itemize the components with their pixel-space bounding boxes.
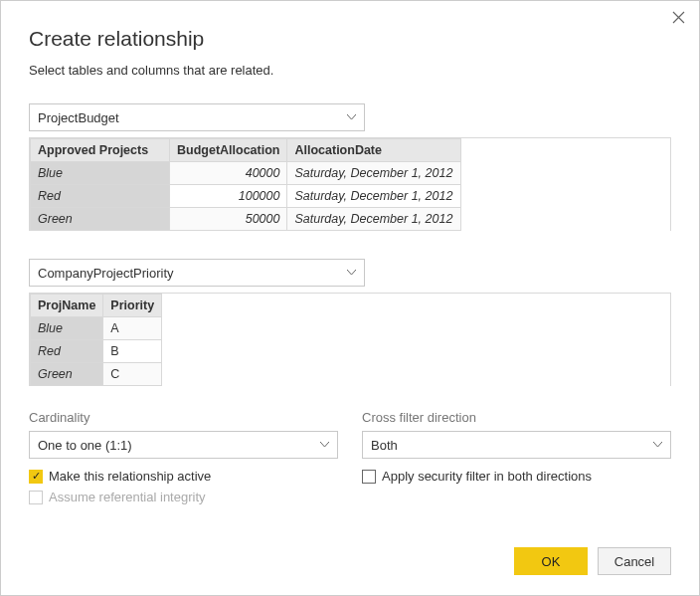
dialog-footer: OK Cancel	[514, 547, 671, 575]
table-row[interactable]: Blue A	[31, 317, 162, 340]
table-header-row: Approved Projects BudgetAllocation Alloc…	[31, 139, 461, 162]
integrity-checkbox-label: Assume referential integrity	[49, 490, 206, 504]
table1-select-value: ProjectBudget	[38, 110, 119, 125]
col-header[interactable]: BudgetAllocation	[170, 139, 287, 162]
close-icon[interactable]	[672, 11, 685, 24]
ok-button[interactable]: OK	[514, 547, 588, 575]
table-row[interactable]: Red B	[31, 340, 162, 363]
active-checkbox-label: Make this relationship active	[49, 469, 211, 484]
security-checkbox-label: Apply security filter in both directions	[382, 469, 592, 484]
col-header[interactable]: Priority	[103, 295, 162, 317]
active-checkbox-row[interactable]: ✓ Make this relationship active	[29, 469, 338, 484]
col-header[interactable]: AllocationDate	[287, 139, 461, 162]
integrity-checkbox-row: Assume referential integrity	[29, 490, 338, 504]
table1-select[interactable]: ProjectBudget	[29, 103, 365, 131]
create-relationship-dialog: Create relationship Select tables and co…	[0, 0, 700, 596]
table-row[interactable]: Blue 40000 Saturday, December 1, 2012	[31, 162, 461, 185]
table-header-row: ProjName Priority	[31, 295, 162, 317]
chevron-down-icon	[320, 442, 329, 448]
table2-select-value: CompanyProjectPriority	[38, 266, 174, 281]
cancel-button[interactable]: Cancel	[598, 547, 671, 575]
crossfilter-select[interactable]: Both	[362, 431, 671, 459]
cardinality-select[interactable]: One to one (1:1)	[29, 431, 338, 459]
table1-preview: Approved Projects BudgetAllocation Alloc…	[29, 137, 671, 231]
security-checkbox-row[interactable]: Apply security filter in both directions	[362, 469, 671, 484]
chevron-down-icon	[347, 270, 356, 276]
cardinality-label: Cardinality	[29, 410, 338, 425]
crossfilter-label: Cross filter direction	[362, 410, 671, 425]
checkbox-checked-icon: ✓	[29, 470, 43, 484]
chevron-down-icon	[653, 442, 662, 448]
table-row[interactable]: Green 50000 Saturday, December 1, 2012	[31, 208, 461, 231]
checkbox-icon	[362, 470, 376, 484]
table2-preview: ProjName Priority Blue A Red B Green C	[29, 293, 671, 386]
cardinality-value: One to one (1:1)	[38, 438, 132, 453]
crossfilter-value: Both	[371, 438, 398, 453]
dialog-title: Create relationship	[29, 27, 671, 51]
table-row[interactable]: Red 100000 Saturday, December 1, 2012	[31, 185, 461, 208]
chevron-down-icon	[347, 114, 356, 120]
checkbox-icon	[29, 491, 43, 504]
table-row[interactable]: Green C	[31, 363, 162, 386]
dialog-subtitle: Select tables and columns that are relat…	[29, 63, 671, 78]
table2-select[interactable]: CompanyProjectPriority	[29, 259, 365, 287]
col-header[interactable]: Approved Projects	[31, 139, 170, 162]
col-header[interactable]: ProjName	[31, 295, 103, 317]
